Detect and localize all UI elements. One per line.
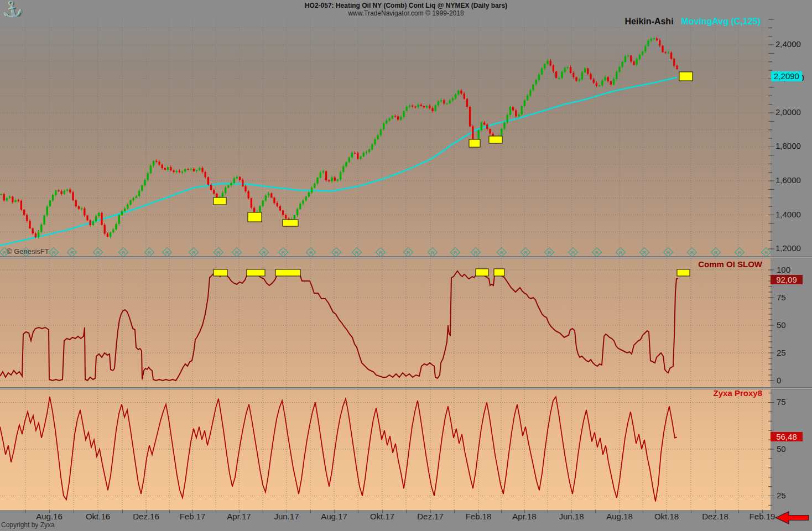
x-axis-tick: [762, 510, 763, 513]
svg-text:R: R: [96, 250, 100, 256]
y-axis-label: 25: [777, 348, 786, 357]
x-axis-tick: [738, 510, 739, 513]
y-axis-label: 75: [777, 397, 786, 407]
svg-text:R: R: [379, 250, 383, 256]
x-axis-tick: [98, 510, 98, 513]
svg-text:R: R: [431, 250, 435, 256]
legend: Heikin-AshiMovingAvg (C,125): [625, 17, 761, 27]
y-axis-label: 50: [777, 320, 786, 330]
price-panel[interactable]: R R R R R R R R R R R R R R R R R: [0, 17, 774, 256]
comm-oi-panel[interactable]: [0, 258, 774, 387]
chart-area: R R R R R R R R R R R R R R R R R: [0, 17, 771, 510]
y-axis-label: 1,4000: [775, 210, 801, 219]
comm-oi-value-box: 92,09: [771, 275, 803, 284]
y-axis-label: 100: [777, 265, 790, 274]
svg-text:R: R: [309, 250, 313, 256]
svg-text:R: R: [355, 250, 359, 256]
svg-text:R: R: [643, 250, 647, 256]
genesisft-watermark: © GenesisFT: [7, 247, 49, 256]
x-axis-tick: [548, 510, 548, 513]
proxy-panel-label: Zyxa Proxy8: [714, 388, 762, 398]
x-axis-tick: [216, 510, 216, 513]
x-axis-tick: [454, 510, 455, 513]
x-axis-tick: [524, 510, 525, 513]
time-axis: Aug.16Okt.16Dez.16Feb.17Apr.17Jun.17Aug.…: [0, 510, 812, 531]
svg-text:R: R: [595, 250, 599, 256]
x-axis-tick: [382, 510, 383, 513]
copyright-text: Copyright by Zyxa: [1, 521, 55, 529]
y-axis-label: 50: [777, 444, 786, 454]
y-axis-label: 0: [777, 376, 781, 385]
legend-moving-avg: MovingAvg (C,125): [681, 17, 761, 26]
x-axis-tick: [430, 510, 431, 513]
svg-text:R: R: [738, 250, 742, 256]
svg-text:R: R: [282, 250, 285, 256]
x-axis-tick: [146, 510, 147, 513]
svg-text:R: R: [165, 250, 169, 256]
svg-text:R: R: [619, 250, 623, 256]
comm-oi-panel-label: Comm OI SLOW: [698, 259, 762, 269]
svg-text:R: R: [148, 250, 152, 256]
proxy-value-box: 56,48: [771, 432, 803, 441]
svg-text:R: R: [122, 250, 126, 256]
svg-text:R: R: [235, 250, 239, 256]
svg-text:R: R: [714, 250, 718, 256]
x-axis-tick: [239, 510, 240, 513]
x-axis-tick: [263, 510, 263, 513]
y-axis-label: 1,2000: [775, 243, 801, 253]
svg-text:R: R: [217, 250, 221, 256]
svg-text:R: R: [474, 250, 478, 256]
x-axis-tick: [74, 510, 74, 513]
svg-text:R: R: [262, 250, 266, 256]
x-axis-tick: [620, 510, 620, 513]
x-axis-tick: [358, 510, 358, 513]
y-axis-label: 25: [777, 491, 786, 500]
legend-heikin-ashi: Heikin-Ashi: [625, 17, 674, 26]
x-axis-tick: [49, 510, 50, 513]
trade-navigator-window: ⚓ HO2-057: Heating Oil NY (Comb) Cont Li…: [0, 0, 812, 531]
last-price-box: 2,2090: [771, 71, 802, 81]
svg-text:R: R: [764, 250, 768, 256]
x-axis-tick: [406, 510, 407, 513]
svg-text:R: R: [407, 250, 410, 256]
y-axis-label: 2,4000: [775, 39, 801, 49]
svg-text:R: R: [52, 250, 56, 256]
x-axis-tick: [478, 510, 479, 513]
y-axis-label: 1,6000: [775, 175, 801, 185]
x-axis-tick: [691, 510, 691, 513]
svg-text:R: R: [70, 250, 74, 256]
y-axis-label: 1,8000: [775, 141, 801, 150]
svg-text:R: R: [667, 250, 670, 256]
x-axis-tick: [169, 510, 170, 513]
x-axis-tick: [643, 510, 643, 513]
x-axis-tick: [571, 510, 572, 513]
x-axis-tick: [287, 510, 287, 513]
y-axis-label: 75: [777, 293, 786, 302]
svg-text:R: R: [3, 250, 7, 256]
x-axis-tick: [501, 510, 502, 513]
x-axis-tick: [334, 510, 335, 513]
x-axis-tick: [667, 510, 667, 513]
svg-text:R: R: [571, 250, 575, 256]
chart-title: HO2-057: Heating Oil NY (Comb) Cont Liq …: [0, 2, 812, 9]
scroll-left-arrow-icon[interactable]: [773, 510, 811, 525]
svg-text:R: R: [335, 250, 339, 256]
x-axis-tick: [122, 510, 123, 513]
svg-text:R: R: [192, 250, 196, 256]
svg-text:R: R: [454, 250, 457, 256]
x-axis-tick: [192, 510, 193, 513]
chart-subtitle: www.TradeNavigator.com © 1999-2018: [0, 9, 812, 17]
svg-text:R: R: [524, 250, 528, 256]
x-axis-tick: [715, 510, 716, 513]
x-axis-tick: [25, 510, 26, 513]
y-axis-label: 2,0000: [775, 107, 801, 117]
x-axis-tick: [310, 510, 311, 513]
x-axis-tick: [595, 510, 596, 513]
proxy-panel[interactable]: [0, 389, 774, 510]
svg-text:R: R: [500, 250, 504, 256]
svg-text:R: R: [548, 250, 551, 256]
svg-text:R: R: [690, 250, 694, 256]
